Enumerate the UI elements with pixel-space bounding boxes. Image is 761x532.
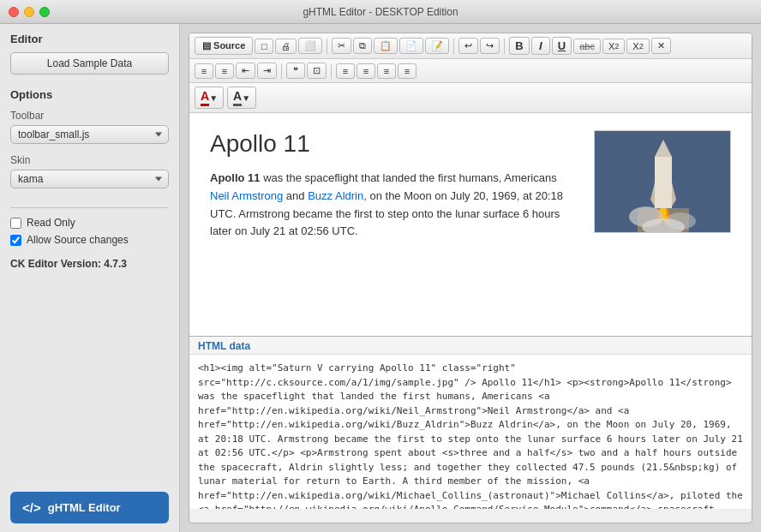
ghtml-editor-button[interactable]: </> gHTML Editor: [10, 492, 169, 523]
svg-rect-2: [655, 157, 672, 208]
skin-select[interactable]: kama: [10, 170, 169, 188]
toolbar-separator-1: [327, 39, 327, 54]
align-justify-icon: ≡: [404, 66, 410, 76]
read-only-row: Read Only: [10, 217, 169, 229]
source-button[interactable]: ▤ Source: [195, 37, 253, 55]
paste-text-icon: 📄: [405, 40, 417, 51]
redo-button[interactable]: ↪: [480, 38, 500, 54]
preview-icon: □: [261, 41, 267, 51]
bg-color-icon: A: [233, 89, 242, 106]
bg-color-button[interactable]: A ▼: [227, 87, 256, 109]
main-area: ▤ Source □ 🖨 ⬜ ✂ ⧉ 📋 📄 📝 ↩ ↪ B I U abc: [180, 24, 761, 532]
ordered-list-button[interactable]: ≡: [195, 63, 213, 79]
html-data-label: HTML data: [189, 337, 752, 355]
skin-label: Skin: [10, 154, 169, 166]
read-only-checkbox[interactable]: [10, 218, 21, 229]
italic-button[interactable]: I: [531, 37, 550, 55]
paste-icon: 📋: [380, 40, 392, 51]
cut-button[interactable]: ✂: [332, 38, 351, 54]
align-right-icon: ≡: [384, 66, 389, 76]
decrease-indent-icon: ⇤: [242, 65, 249, 76]
remove-format-button[interactable]: ✕: [651, 38, 671, 54]
ghtml-editor-label: gHTML Editor: [48, 501, 121, 514]
html-data-section: HTML data <h1><img alt="Saturn V carryin…: [189, 336, 752, 509]
source-icon: ▤: [202, 40, 211, 51]
text-color-icon: A: [201, 89, 209, 106]
toolbar-select-wrapper: toolbar_small.js: [10, 125, 169, 144]
blockquote-icon: ❝: [293, 65, 298, 76]
html-data-content[interactable]: <h1><img alt="Saturn V carrying Apollo 1…: [189, 355, 752, 509]
underline-button[interactable]: U: [552, 37, 572, 55]
apollo-bold: Apollo 11: [210, 171, 261, 184]
superscript-button[interactable]: X2: [626, 39, 649, 54]
toolbar-separator-2: [453, 39, 454, 54]
toolbar-separator-3: [504, 39, 505, 54]
bg-color-dropdown-icon: ▼: [242, 93, 250, 103]
unordered-list-button[interactable]: ≡: [215, 63, 234, 79]
color-dropdown-icon: ▼: [209, 93, 218, 103]
align-justify-button[interactable]: ≡: [398, 63, 416, 79]
spell-check-button[interactable]: ⬜: [298, 38, 322, 54]
paste-text-button[interactable]: 📄: [399, 38, 423, 54]
minimize-button[interactable]: [24, 7, 34, 17]
sidebar: Editor Load Sample Data Options Toolbar …: [0, 24, 180, 532]
source-label: Source: [213, 40, 245, 51]
cut-icon: ✂: [338, 40, 345, 51]
copy-button[interactable]: ⧉: [353, 38, 372, 54]
toolbar-label: Toolbar: [10, 110, 169, 122]
print-icon: 🖨: [281, 41, 291, 51]
editor-text: Apollo 11 Apollo 11 was the spaceflight …: [210, 130, 577, 319]
subscript-button[interactable]: X2: [602, 39, 625, 54]
toolbar-row-3: A ▼ A ▼: [189, 83, 752, 113]
load-sample-button[interactable]: Load Sample Data: [10, 52, 169, 75]
ordered-list-icon: ≡: [201, 66, 207, 76]
paste-word-icon: 📝: [431, 40, 443, 51]
content-body: Apollo 11 was the spaceflight that lande…: [210, 170, 577, 241]
toolbar-row-2: ≡ ≡ ⇤ ⇥ ❝ ⊡ ≡ ≡ ≡ ≡: [189, 59, 752, 83]
close-button[interactable]: [9, 7, 19, 17]
print-button[interactable]: 🖨: [275, 39, 297, 54]
paste-button[interactable]: 📋: [374, 38, 398, 54]
spell-check-icon: ⬜: [304, 40, 316, 51]
editor-content-area[interactable]: Apollo 11 Apollo 11 was the spaceflight …: [189, 113, 752, 336]
traffic-lights: [9, 7, 50, 17]
div-button[interactable]: ⊡: [307, 63, 327, 79]
sidebar-section-title: Editor: [10, 33, 169, 45]
read-only-label: Read Only: [27, 217, 75, 229]
align-center-button[interactable]: ≡: [357, 63, 375, 79]
skin-select-wrapper: kama: [10, 170, 169, 188]
bold-button[interactable]: B: [509, 37, 529, 55]
undo-icon: ↩: [464, 40, 472, 51]
window-title: gHTML Editor - DESKTOP Edition: [303, 6, 458, 18]
paste-word-button[interactable]: 📝: [425, 38, 449, 54]
content-heading: Apollo 11: [210, 130, 577, 158]
allow-source-checkbox[interactable]: [10, 235, 21, 246]
maximize-button[interactable]: [39, 7, 50, 17]
options-title: Options: [10, 88, 169, 101]
increase-indent-icon: ⇥: [263, 65, 271, 76]
buzz-aldrin-link[interactable]: Buzz Aldrin: [308, 189, 363, 202]
title-bar: gHTML Editor - DESKTOP Edition: [0, 0, 761, 24]
blockquote-button[interactable]: ❝: [286, 63, 305, 79]
allow-source-label: Allow Source changes: [27, 234, 129, 246]
ck-version: CK Editor Version: 4.7.3: [10, 258, 169, 270]
align-right-button[interactable]: ≡: [377, 63, 396, 79]
text-color-button[interactable]: A ▼: [195, 87, 224, 109]
undo-button[interactable]: ↩: [458, 38, 478, 54]
sidebar-divider: [10, 207, 169, 208]
toolbar-row-1: ▤ Source □ 🖨 ⬜ ✂ ⧉ 📋 📄 📝 ↩ ↪ B I U abc: [189, 33, 752, 59]
increase-indent-button[interactable]: ⇥: [257, 63, 277, 79]
decrease-indent-button[interactable]: ⇤: [236, 63, 255, 79]
app-body: Editor Load Sample Data Options Toolbar …: [0, 24, 761, 532]
align-left-icon: ≡: [343, 66, 348, 76]
apollo-image: [594, 130, 731, 233]
ghtml-editor-icon: </>: [22, 500, 41, 515]
remove-format-icon: ✕: [657, 40, 665, 51]
align-center-icon: ≡: [363, 66, 369, 76]
preview-button[interactable]: □: [255, 39, 273, 54]
neil-armstrong-link[interactable]: Neil Armstrong: [210, 189, 283, 202]
toolbar-select[interactable]: toolbar_small.js: [10, 125, 169, 144]
strikethrough-button[interactable]: abc: [573, 39, 601, 54]
align-left-button[interactable]: ≡: [336, 63, 355, 79]
redo-icon: ↪: [486, 40, 494, 51]
